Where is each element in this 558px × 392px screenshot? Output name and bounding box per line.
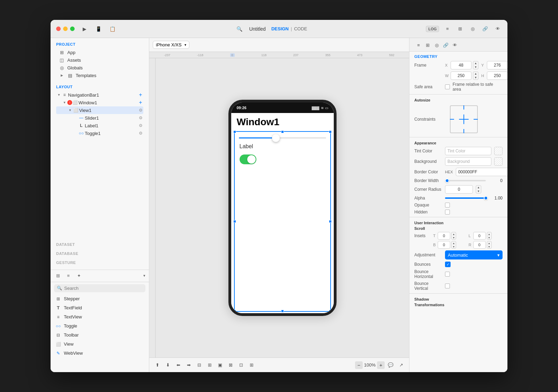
close-button[interactable] bbox=[56, 27, 61, 31]
sidebar-item-globals[interactable]: ◎ Globals bbox=[56, 64, 143, 71]
rp-icon-5[interactable]: 👁 bbox=[451, 41, 459, 49]
canvas-scroll-area[interactable]: 09:26 ▓▓▓ ≋ ▭ W bbox=[156, 100, 409, 316]
t-down[interactable]: ▼ bbox=[452, 236, 456, 239]
panel-star-icon[interactable]: ✦ bbox=[75, 272, 83, 280]
panel-grid-icon[interactable]: ⊞ bbox=[54, 272, 62, 280]
border-color-input[interactable] bbox=[456, 168, 507, 176]
phone-button[interactable]: 📱 bbox=[94, 25, 103, 33]
link-icon[interactable]: 🔗 bbox=[481, 25, 489, 33]
constraints-box[interactable] bbox=[450, 105, 478, 133]
rp-icon-1[interactable]: ≡ bbox=[414, 41, 423, 49]
view1-settings[interactable]: ⚙ bbox=[138, 107, 143, 113]
slider-thumb[interactable] bbox=[272, 134, 280, 142]
l-input[interactable] bbox=[473, 232, 486, 240]
l-stepper[interactable]: ▲ ▼ bbox=[487, 232, 492, 240]
w-down[interactable]: ▼ bbox=[473, 76, 478, 80]
handle-bl[interactable] bbox=[233, 310, 236, 312]
align-right-btn[interactable]: ➡ bbox=[184, 361, 193, 370]
corner-stepper[interactable]: ▲ ▼ bbox=[476, 185, 481, 194]
toggle-switch[interactable] bbox=[240, 154, 256, 164]
component-textfield[interactable]: T TextField bbox=[51, 303, 149, 312]
r-stepper[interactable]: ▲ ▼ bbox=[487, 241, 492, 249]
rp-icon-2[interactable]: ⊞ bbox=[423, 41, 432, 49]
align-left-btn[interactable]: ⬅ bbox=[174, 361, 183, 370]
b-up[interactable]: ▲ bbox=[452, 241, 456, 245]
h-input[interactable] bbox=[487, 71, 507, 80]
alpha-thumb[interactable] bbox=[484, 196, 488, 200]
bounces-checkbox[interactable]: ✓ bbox=[445, 262, 451, 267]
rp-icon-3[interactable]: ◎ bbox=[432, 41, 441, 49]
component-textview[interactable]: ≡ TextView bbox=[51, 312, 149, 322]
navBar-add-btn[interactable]: + bbox=[138, 92, 143, 98]
b-input[interactable] bbox=[438, 241, 450, 249]
handle-tl[interactable] bbox=[233, 130, 236, 133]
tree-item-view1[interactable]: ▼ ⬜ View1 ⚙ bbox=[56, 106, 143, 114]
layout1-btn[interactable]: ▣ bbox=[216, 361, 225, 370]
ch-right[interactable] bbox=[474, 119, 478, 120]
y-input[interactable] bbox=[487, 61, 507, 69]
x-up[interactable]: ▲ bbox=[473, 61, 478, 65]
w-stepper[interactable]: ▲ ▼ bbox=[473, 71, 478, 80]
corner-down[interactable]: ▼ bbox=[476, 189, 481, 193]
align-bottom-btn[interactable]: ⬇ bbox=[163, 361, 172, 370]
ch-left[interactable] bbox=[450, 119, 454, 120]
tree-item-toggle1[interactable]: ○○ Toggle1 ⚙ bbox=[56, 129, 143, 137]
x-input[interactable] bbox=[451, 61, 472, 69]
bounce-h-checkbox[interactable] bbox=[445, 272, 450, 277]
toggle-component[interactable] bbox=[235, 150, 330, 164]
x-stepper[interactable]: ▲ ▼ bbox=[473, 61, 478, 69]
calendar-button[interactable]: 📋 bbox=[108, 25, 116, 33]
alpha-track[interactable] bbox=[445, 197, 486, 199]
inspect-icon[interactable]: ◎ bbox=[468, 25, 477, 33]
bounce-v-checkbox[interactable] bbox=[445, 284, 450, 288]
component-toolbar[interactable]: ⊟ Toolbar bbox=[51, 331, 149, 340]
r-down[interactable]: ▼ bbox=[487, 245, 491, 248]
background-field[interactable]: Background bbox=[445, 157, 491, 166]
corner-radius-input[interactable] bbox=[445, 185, 473, 194]
search-button[interactable]: 🔍 bbox=[235, 25, 243, 33]
zoom-minus-btn[interactable]: − bbox=[355, 361, 363, 369]
tint-color-field[interactable]: Tint Color bbox=[445, 147, 491, 155]
toggle1-settings[interactable]: ⚙ bbox=[138, 130, 143, 136]
border-width-thumb[interactable] bbox=[445, 179, 449, 183]
opaque-checkbox[interactable] bbox=[445, 203, 450, 208]
handle-tm[interactable] bbox=[281, 130, 284, 133]
layout4-btn[interactable]: ⊞ bbox=[247, 361, 256, 370]
l-down[interactable]: ▼ bbox=[487, 236, 491, 239]
sidebar-item-app[interactable]: ⊞ App bbox=[56, 48, 143, 56]
view1-canvas[interactable]: Label bbox=[234, 131, 331, 312]
b-stepper[interactable]: ▲ ▼ bbox=[451, 241, 456, 249]
play-button[interactable]: ▶ bbox=[80, 25, 89, 33]
align-top-btn[interactable]: ⬆ bbox=[153, 361, 162, 370]
t-input[interactable] bbox=[438, 232, 450, 240]
background-swatch[interactable] bbox=[494, 157, 503, 166]
window1-add-btn[interactable]: + bbox=[138, 100, 143, 105]
ch-bottom[interactable] bbox=[463, 129, 464, 133]
component-toggle[interactable]: ○○ Toggle bbox=[51, 322, 149, 331]
ch-top[interactable] bbox=[463, 105, 464, 110]
minimize-button[interactable] bbox=[63, 27, 68, 31]
t-stepper[interactable]: ▲ ▼ bbox=[451, 232, 456, 240]
tint-color-swatch[interactable] bbox=[494, 147, 503, 155]
component-view[interactable]: ⬜ View bbox=[51, 340, 149, 349]
x-down[interactable]: ▼ bbox=[473, 65, 478, 69]
frame-icon[interactable]: ⊞ bbox=[456, 25, 464, 33]
label1-settings[interactable]: ⚙ bbox=[138, 123, 143, 128]
handle-tr[interactable] bbox=[329, 130, 332, 133]
layout3-btn[interactable]: ⊡ bbox=[236, 361, 246, 370]
search-input[interactable] bbox=[64, 286, 143, 291]
r-input[interactable] bbox=[473, 241, 486, 249]
l-up[interactable]: ▲ bbox=[487, 232, 491, 236]
rp-icon-4[interactable]: 🔗 bbox=[442, 41, 450, 49]
component-stepper[interactable]: ⊞ Stepper bbox=[51, 294, 149, 303]
safe-area-checkbox[interactable] bbox=[445, 84, 450, 89]
slider1-settings[interactable]: ⚙ bbox=[138, 115, 143, 121]
tree-item-slider1[interactable]: — Slider1 ⚙ bbox=[56, 114, 143, 122]
t-up[interactable]: ▲ bbox=[452, 232, 456, 236]
distribute-h-btn[interactable]: ⊟ bbox=[195, 361, 204, 370]
handle-ml[interactable] bbox=[233, 220, 236, 223]
distribute-v-btn[interactable]: ⊞ bbox=[205, 361, 214, 370]
r-up[interactable]: ▲ bbox=[487, 241, 491, 245]
w-up[interactable]: ▲ bbox=[473, 72, 478, 76]
tree-item-navBar[interactable]: ▼ ≡ NavigationBar1 + bbox=[56, 91, 143, 99]
